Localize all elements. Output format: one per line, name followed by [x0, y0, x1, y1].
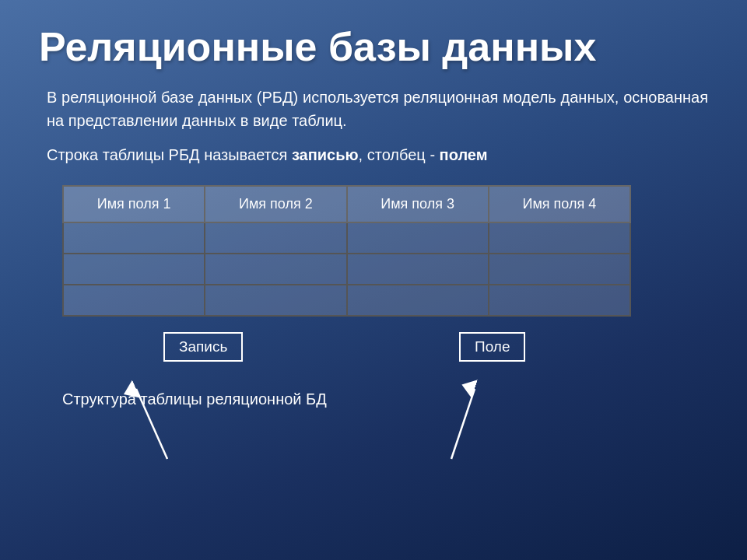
slide-container: Реляционные базы данных В реляционной ба… — [0, 0, 747, 560]
annotations-container: Запись Поле — [39, 324, 708, 387]
label-pole: Поле — [459, 332, 525, 362]
label-zapisi: Запись — [163, 332, 243, 362]
table-header-row: Имя поля 1 Имя поля 2 Имя поля 3 Имя пол… — [63, 186, 630, 222]
paragraph-1: В реляционной базе данных (РБД) использу… — [39, 86, 708, 132]
relational-table: Имя поля 1 Имя поля 2 Имя поля 3 Имя пол… — [62, 185, 631, 317]
slide-title: Реляционные базы данных — [39, 23, 708, 70]
table-section: Имя поля 1 Имя поля 2 Имя поля 3 Имя пол… — [39, 185, 708, 317]
table-row — [63, 254, 630, 285]
col-header-4: Имя поля 4 — [489, 186, 630, 222]
col-header-3: Имя поля 3 — [347, 186, 489, 222]
table-row — [63, 222, 630, 254]
table-caption: Структура таблицы реляционной БД — [39, 390, 708, 408]
col-header-2: Имя поля 2 — [205, 186, 346, 222]
col-header-1: Имя поля 1 — [63, 186, 205, 222]
table-row — [63, 285, 630, 316]
paragraph-2: Строка таблицы РБД называется записью, с… — [39, 143, 708, 166]
